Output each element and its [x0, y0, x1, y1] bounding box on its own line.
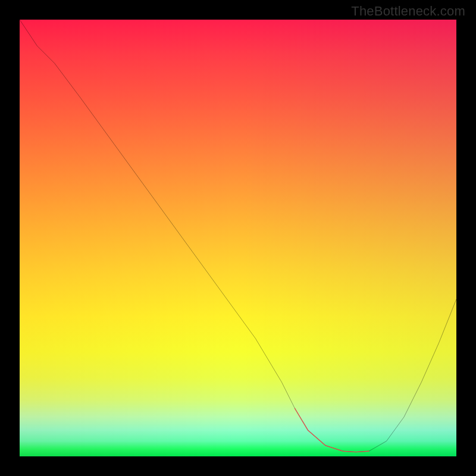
chart-plot-area	[20, 20, 456, 456]
chart-curve-layer	[20, 20, 456, 456]
chart-line-main	[20, 20, 456, 452]
watermark-text: TheBottleneck.com	[351, 4, 465, 19]
chart-line-highlight	[295, 408, 369, 452]
